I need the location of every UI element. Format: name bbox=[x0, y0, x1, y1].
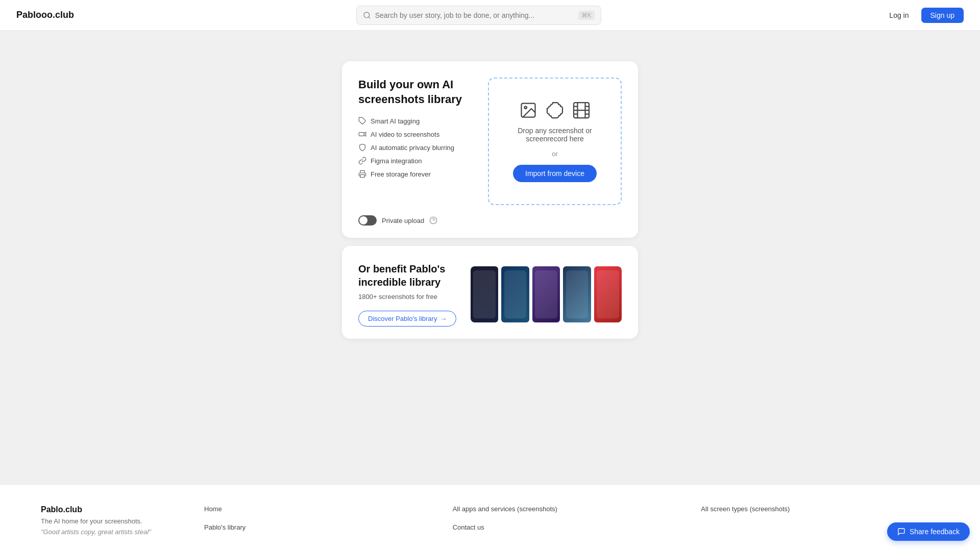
feature-label-storage: Free storage forever bbox=[371, 170, 431, 178]
svg-marker-4 bbox=[364, 132, 365, 136]
benefit-title: Or benefit Pablo's incredible library bbox=[358, 262, 460, 289]
svg-line-1 bbox=[369, 17, 370, 18]
phone-mockup-1 bbox=[471, 266, 498, 322]
feature-item-figma: Figma integration bbox=[358, 157, 476, 165]
footer-link-home[interactable]: Home bbox=[204, 505, 443, 517]
search-icon bbox=[363, 11, 371, 19]
shield-icon bbox=[358, 143, 366, 152]
svg-point-0 bbox=[364, 12, 370, 18]
cards-container: Build your own AI screenshots library Sm… bbox=[342, 61, 638, 339]
build-title: Build your own AI screenshots library bbox=[358, 78, 476, 107]
search-bar: ⌘K bbox=[356, 6, 601, 25]
signup-button[interactable]: Sign up bbox=[921, 8, 964, 23]
phone-screen-5 bbox=[597, 270, 619, 318]
screenshot-thumb-4 bbox=[563, 266, 591, 322]
feature-item-tagging: Smart AI tagging bbox=[358, 117, 476, 125]
drop-icons bbox=[519, 101, 591, 119]
footer-link-pablos-library[interactable]: Pablo's library bbox=[204, 523, 443, 536]
footer: Pablo.club The AI home for your screensh… bbox=[0, 484, 980, 551]
search-shortcut: ⌘K bbox=[578, 11, 595, 20]
screenshot-thumb-2 bbox=[501, 266, 529, 322]
feature-item-video: AI video to screenshots bbox=[358, 130, 476, 138]
feature-list: Smart AI tagging AI video to screenshots bbox=[358, 117, 476, 178]
footer-links: Home All apps and services (screenshots)… bbox=[204, 505, 939, 536]
phone-mockup-4 bbox=[563, 266, 591, 322]
discover-button[interactable]: Discover Pablo's library → bbox=[358, 311, 456, 327]
build-left: Build your own AI screenshots library Sm… bbox=[358, 78, 476, 205]
feature-item-storage: Free storage forever bbox=[358, 170, 476, 178]
feature-label-tagging: Smart AI tagging bbox=[371, 117, 420, 125]
header: Pablooo.club ⌘K Log in Sign up bbox=[0, 0, 980, 31]
phone-screen-4 bbox=[566, 270, 589, 318]
feature-label-video: AI video to screenshots bbox=[371, 131, 439, 138]
build-layout: Build your own AI screenshots library Sm… bbox=[358, 78, 622, 205]
phone-mockup-3 bbox=[532, 266, 560, 322]
benefit-layout: Or benefit Pablo's incredible library 18… bbox=[358, 262, 622, 327]
screenshots-preview bbox=[471, 266, 622, 322]
feature-label-figma: Figma integration bbox=[371, 157, 422, 165]
svg-rect-5 bbox=[360, 175, 364, 178]
message-icon bbox=[897, 528, 905, 536]
build-card: Build your own AI screenshots library Sm… bbox=[342, 61, 638, 238]
printer-icon bbox=[358, 170, 366, 178]
screenshot-thumb-5 bbox=[594, 266, 622, 322]
phone-mockup-5 bbox=[594, 266, 622, 322]
footer-link-all-apps[interactable]: All apps and services (screenshots) bbox=[453, 505, 691, 517]
video-icon bbox=[358, 130, 366, 138]
footer-quote: "Good artists copy, great artists steal" bbox=[41, 528, 184, 536]
site-logo: Pablooo.club bbox=[16, 10, 74, 20]
image-icon bbox=[519, 101, 537, 119]
phone-screen-1 bbox=[473, 270, 496, 318]
benefit-left: Or benefit Pablo's incredible library 18… bbox=[358, 262, 460, 327]
svg-point-7 bbox=[525, 106, 527, 109]
phone-screen-3 bbox=[535, 270, 557, 318]
private-label: Private upload bbox=[382, 217, 424, 224]
search-wrapper: ⌘K bbox=[94, 6, 863, 25]
private-row: Private upload bbox=[358, 215, 622, 226]
feature-label-privacy: AI automatic privacy blurring bbox=[371, 144, 454, 152]
header-actions: Log in Sign up bbox=[883, 8, 964, 23]
feature-item-privacy: AI automatic privacy blurring bbox=[358, 143, 476, 152]
discover-label: Discover Pablo's library bbox=[368, 315, 437, 322]
benefit-card: Or benefit Pablo's incredible library 18… bbox=[342, 246, 638, 339]
screenshot-thumb-1 bbox=[471, 266, 498, 322]
drop-zone[interactable]: Drop any screenshot or screenrecord here… bbox=[488, 78, 622, 205]
main-content: Build your own AI screenshots library Sm… bbox=[0, 31, 980, 484]
film-icon bbox=[572, 101, 591, 119]
phone-mockup-2 bbox=[501, 266, 529, 322]
footer-brand-name: Pablo.club bbox=[41, 505, 184, 514]
link-icon bbox=[358, 157, 366, 165]
footer-brand: Pablo.club The AI home for your screensh… bbox=[41, 505, 184, 536]
share-feedback-label: Share feedback bbox=[910, 528, 960, 536]
footer-link-all-screen[interactable]: All screen types (screenshots) bbox=[701, 505, 939, 517]
login-button[interactable]: Log in bbox=[883, 8, 915, 22]
tag-icon bbox=[358, 117, 366, 125]
footer-link-contact[interactable]: Contact us bbox=[453, 523, 691, 536]
brain-icon bbox=[546, 101, 564, 119]
help-icon[interactable] bbox=[429, 216, 437, 224]
svg-rect-3 bbox=[359, 133, 364, 136]
screenshot-thumb-3 bbox=[532, 266, 560, 322]
benefit-subtitle: 1800+ screenshots for free bbox=[358, 293, 460, 300]
drop-or: or bbox=[552, 150, 558, 158]
benefit-card-inner: Or benefit Pablo's incredible library 18… bbox=[342, 246, 638, 339]
build-card-inner: Build your own AI screenshots library Sm… bbox=[342, 61, 638, 238]
discover-arrow: → bbox=[440, 315, 447, 322]
private-toggle[interactable] bbox=[358, 215, 377, 226]
footer-brand-desc: The AI home for your screenshots. bbox=[41, 517, 184, 525]
footer-inner: Pablo.club The AI home for your screensh… bbox=[41, 505, 939, 536]
phone-screen-2 bbox=[504, 270, 527, 318]
search-input[interactable] bbox=[375, 11, 574, 19]
share-feedback-button[interactable]: Share feedback bbox=[887, 522, 970, 541]
import-button[interactable]: Import from device bbox=[513, 165, 597, 182]
drop-text: Drop any screenshot or screenrecord here bbox=[497, 127, 612, 143]
toggle-dot bbox=[359, 216, 368, 224]
